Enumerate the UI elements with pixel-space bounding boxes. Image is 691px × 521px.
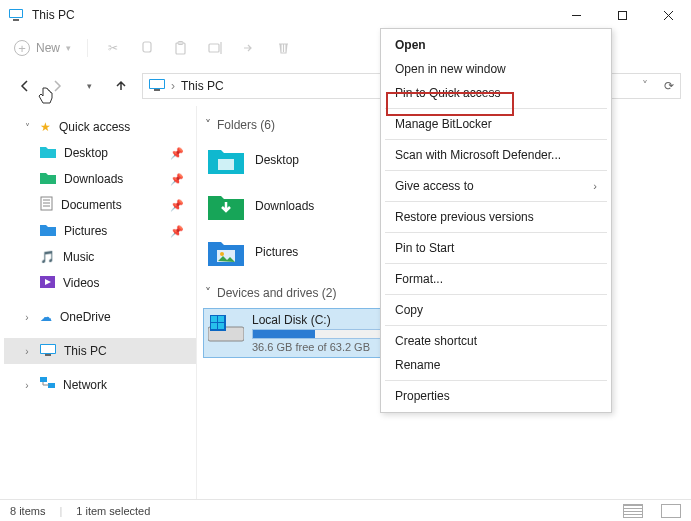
back-button[interactable] xyxy=(14,75,36,97)
chevron-down-icon: ▾ xyxy=(66,43,71,53)
sidebar-item-label: Desktop xyxy=(64,146,108,160)
rename-icon[interactable] xyxy=(206,39,224,57)
chevron-down-icon[interactable]: ˅ xyxy=(642,79,648,93)
ctx-pin-quick-access[interactable]: Pin to Quick access xyxy=(381,81,611,105)
delete-icon[interactable] xyxy=(274,39,292,57)
network-icon xyxy=(40,377,55,393)
svg-rect-13 xyxy=(150,80,164,88)
separator xyxy=(87,39,88,57)
close-button[interactable] xyxy=(645,0,691,30)
context-menu: Open Open in new window Pin to Quick acc… xyxy=(380,28,612,413)
maximize-button[interactable] xyxy=(599,0,645,30)
separator xyxy=(385,325,607,326)
pin-icon: 📌 xyxy=(170,147,184,160)
separator xyxy=(385,232,607,233)
sidebar-item-label: Pictures xyxy=(64,224,107,238)
sidebar-item-pictures[interactable]: Pictures 📌 xyxy=(4,218,196,244)
ctx-manage-bitlocker[interactable]: Manage BitLocker xyxy=(381,112,611,136)
folder-label: Desktop xyxy=(255,153,299,167)
svg-rect-14 xyxy=(154,89,160,91)
separator xyxy=(385,201,607,202)
this-pc-icon xyxy=(149,79,165,94)
svg-rect-34 xyxy=(218,323,224,329)
separator xyxy=(385,170,607,171)
recent-dropdown[interactable]: ▾ xyxy=(78,75,100,97)
chevron-down-icon: ˅ xyxy=(22,122,32,133)
chevron-right-icon: › xyxy=(22,380,32,391)
document-icon xyxy=(40,196,53,214)
pin-icon: 📌 xyxy=(170,199,184,212)
folder-icon xyxy=(40,145,56,161)
sidebar-item-videos[interactable]: Videos xyxy=(4,270,196,296)
new-button[interactable]: + New ▾ xyxy=(14,40,71,56)
svg-point-28 xyxy=(220,252,224,256)
music-icon: 🎵 xyxy=(40,250,55,264)
folder-label: Pictures xyxy=(255,245,298,259)
svg-rect-7 xyxy=(143,42,151,52)
status-selection: 1 item selected xyxy=(76,505,150,517)
cut-icon[interactable]: ✂ xyxy=(104,39,122,57)
folder-icon xyxy=(40,171,56,187)
folder-label: Downloads xyxy=(255,199,314,213)
drive-icon xyxy=(208,313,244,347)
window-title: This PC xyxy=(32,8,75,22)
sidebar-item-music[interactable]: 🎵 Music xyxy=(4,244,196,270)
nav-pane: ˅ ★ Quick access Desktop 📌 Downloads 📌 D… xyxy=(0,106,196,499)
svg-rect-31 xyxy=(211,316,217,322)
ctx-open-new-window[interactable]: Open in new window xyxy=(381,57,611,81)
ctx-pin-start[interactable]: Pin to Start xyxy=(381,236,611,260)
sidebar-this-pc[interactable]: › This PC xyxy=(4,338,196,364)
sidebar-item-downloads[interactable]: Downloads 📌 xyxy=(4,166,196,192)
paste-icon[interactable] xyxy=(172,39,190,57)
minimize-button[interactable] xyxy=(553,0,599,30)
sidebar-item-desktop[interactable]: Desktop 📌 xyxy=(4,140,196,166)
breadcrumb[interactable]: This PC xyxy=(181,79,224,93)
svg-rect-1 xyxy=(10,10,22,17)
chevron-right-icon: › xyxy=(22,346,32,357)
details-view-button[interactable] xyxy=(623,504,643,518)
ctx-format[interactable]: Format... xyxy=(381,267,611,291)
folder-icon xyxy=(40,223,56,239)
this-pc-icon xyxy=(8,7,24,23)
sidebar-item-label: Videos xyxy=(63,276,99,290)
sidebar-item-label: Network xyxy=(63,378,107,392)
sidebar-item-label: Music xyxy=(63,250,94,264)
drive-local-c[interactable]: Local Disk (C:) 36.6 GB free of 63.2 GB xyxy=(203,308,407,358)
copy-icon[interactable] xyxy=(138,39,156,57)
ctx-give-access-to[interactable]: Give access to› xyxy=(381,174,611,198)
ctx-restore-versions[interactable]: Restore previous versions xyxy=(381,205,611,229)
refresh-icon[interactable]: ⟳ xyxy=(664,79,674,93)
chevron-right-icon: › xyxy=(22,312,32,323)
svg-rect-24 xyxy=(40,377,47,382)
forward-button[interactable] xyxy=(46,75,68,97)
status-bar: 8 items | 1 item selected xyxy=(0,499,691,521)
folder-icon xyxy=(207,191,245,221)
svg-rect-2 xyxy=(13,19,19,21)
ctx-open[interactable]: Open xyxy=(381,33,611,57)
sidebar-item-documents[interactable]: Documents 📌 xyxy=(4,192,196,218)
chevron-right-icon: › xyxy=(171,79,175,93)
separator xyxy=(385,380,607,381)
up-button[interactable] xyxy=(110,75,132,97)
ctx-rename[interactable]: Rename xyxy=(381,353,611,377)
folder-icon xyxy=(207,237,245,267)
ctx-create-shortcut[interactable]: Create shortcut xyxy=(381,329,611,353)
sidebar-onedrive[interactable]: › ☁ OneDrive xyxy=(4,304,196,330)
separator xyxy=(385,108,607,109)
cloud-icon: ☁ xyxy=(40,310,52,324)
chevron-right-icon: › xyxy=(593,180,597,192)
new-label: New xyxy=(36,41,60,55)
sidebar-network[interactable]: › Network xyxy=(4,372,196,398)
folder-icon xyxy=(207,145,245,175)
tiles-view-button[interactable] xyxy=(661,504,681,518)
title-bar: This PC xyxy=(0,0,691,30)
share-icon[interactable] xyxy=(240,39,258,57)
sidebar-item-label: OneDrive xyxy=(60,310,111,324)
ctx-properties[interactable]: Properties xyxy=(381,384,611,408)
this-pc-icon xyxy=(40,344,56,359)
sidebar-quick-access[interactable]: ˅ ★ Quick access xyxy=(4,114,196,140)
ctx-copy[interactable]: Copy xyxy=(381,298,611,322)
ctx-scan-defender[interactable]: Scan with Microsoft Defender... xyxy=(381,143,611,167)
video-icon xyxy=(40,276,55,291)
svg-rect-22 xyxy=(41,345,55,353)
